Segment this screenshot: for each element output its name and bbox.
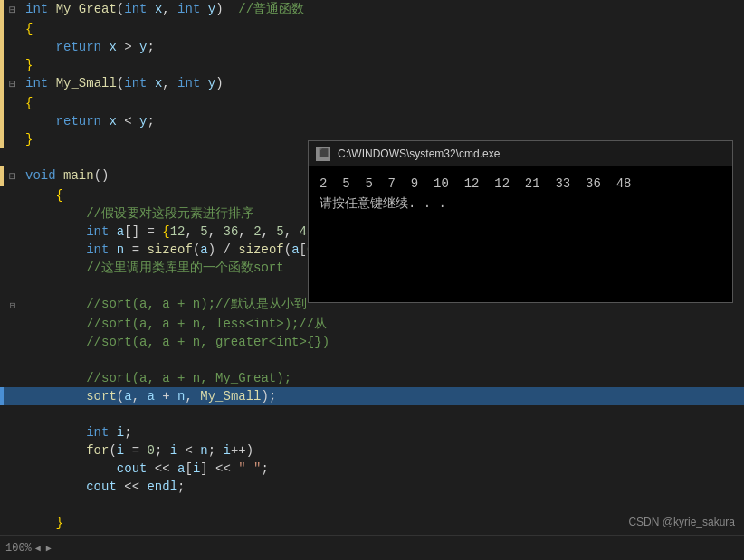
line-gutter	[4, 387, 22, 405]
zoom-plus-btn[interactable]: ▶	[44, 543, 53, 554]
line-content: {	[22, 20, 744, 38]
code-line: return x > y;	[0, 38, 744, 56]
code-line: ⊟int My_Small(int x, int y)	[0, 74, 744, 94]
zoom-label: 100%	[5, 542, 32, 555]
line-content	[22, 496, 744, 514]
cmd-output-line-2: 请按任意键继续. . .	[320, 194, 721, 214]
line-gutter	[4, 94, 22, 112]
line-gutter	[4, 478, 22, 496]
line-gutter	[4, 405, 22, 423]
code-line	[0, 351, 744, 369]
status-bar: 100% ◀ ▶	[0, 535, 744, 560]
line-gutter	[4, 315, 22, 333]
line-gutter: ⊟	[4, 0, 22, 20]
line-gutter: ⊟	[4, 74, 22, 94]
code-line: //sort(a, a + n, less<int>);//从	[0, 315, 744, 333]
code-line	[0, 405, 744, 423]
line-gutter	[4, 514, 22, 532]
zoom-minus-btn[interactable]: ◀	[33, 543, 43, 554]
line-gutter	[4, 423, 22, 441]
collapse-icon[interactable]: ⊟	[9, 2, 16, 20]
line-gutter	[4, 56, 22, 74]
line-gutter	[4, 186, 22, 204]
line-gutter	[4, 38, 22, 56]
code-line: }	[0, 56, 744, 74]
line-content: cout << a[i] << " ";	[22, 460, 744, 478]
line-content: return x < y;	[22, 112, 744, 130]
code-line: ⊟int My_Great(int x, int y) //普通函数	[0, 0, 744, 20]
line-content: sort(a, a + n, My_Small);	[22, 387, 744, 405]
line-content: //sort(a, a + n, less<int>);//从	[22, 315, 744, 333]
code-line: cout << a[i] << " ";	[0, 460, 744, 478]
code-line: //sort(a, a + n, greater<int>{})	[0, 333, 744, 351]
code-line: {	[0, 20, 744, 38]
line-gutter	[4, 259, 22, 277]
code-line: int i;	[0, 423, 744, 441]
code-line	[0, 496, 744, 514]
cmd-body: 2 5 5 7 9 10 12 12 21 33 36 48 请按任意键继续. …	[309, 166, 732, 221]
cmd-titlebar: ⬛ C:\WINDOWS\system32\cmd.exe	[309, 141, 732, 166]
line-gutter	[4, 148, 22, 166]
line-content: //sort(a, a + n, My_Great);	[22, 369, 744, 387]
line-content: int i;	[22, 423, 744, 441]
code-line: cout << endl;	[0, 478, 744, 496]
cmd-icon: ⬛	[316, 147, 330, 161]
line-gutter	[4, 277, 22, 295]
line-content: for(i = 0; i < n; i++)	[22, 441, 744, 460]
code-line: sort(a, a + n, My_Small);	[0, 387, 744, 405]
editor-container: ⊟int My_Great(int x, int y) //普通函数{ retu…	[0, 0, 744, 560]
cmd-output-line-1: 2 5 5 7 9 10 12 12 21 33 36 48	[320, 174, 721, 194]
line-content: }	[22, 56, 744, 74]
line-gutter	[4, 496, 22, 514]
line-content: int My_Great(int x, int y) //普通函数	[22, 0, 744, 20]
line-gutter: ⊟	[4, 295, 22, 315]
watermark: CSDN @kyrie_sakura	[628, 516, 735, 528]
line-gutter: ⊟	[4, 166, 22, 186]
collapse-icon[interactable]: ⊟	[9, 168, 16, 186]
line-gutter	[4, 460, 22, 478]
collapse-icon[interactable]: ⊟	[10, 297, 16, 315]
line-content: return x > y;	[22, 38, 744, 56]
line-content	[22, 351, 744, 369]
code-line: for(i = 0; i < n; i++)	[0, 441, 744, 460]
line-gutter	[4, 351, 22, 369]
line-content: {	[22, 94, 744, 112]
line-gutter	[4, 369, 22, 387]
zoom-control: 100% ◀ ▶	[0, 542, 59, 555]
line-gutter	[4, 333, 22, 351]
line-gutter	[4, 130, 22, 148]
code-line: //sort(a, a + n, My_Great);	[0, 369, 744, 387]
cmd-title: C:\WINDOWS\system32\cmd.exe	[338, 147, 500, 160]
line-gutter	[4, 112, 22, 130]
line-gutter	[4, 241, 22, 259]
code-line: {	[0, 94, 744, 112]
line-gutter	[4, 20, 22, 38]
line-content: int My_Small(int x, int y)	[22, 74, 744, 94]
collapse-icon[interactable]: ⊟	[9, 76, 16, 94]
line-content	[22, 405, 744, 423]
line-content: cout << endl;	[22, 478, 744, 496]
line-gutter	[4, 223, 22, 241]
code-line: return x < y;	[0, 112, 744, 130]
line-gutter	[4, 441, 22, 460]
cmd-window[interactable]: ⬛ C:\WINDOWS\system32\cmd.exe 2 5 5 7 9 …	[308, 140, 733, 303]
line-gutter	[4, 204, 22, 223]
line-content: //sort(a, a + n, greater<int>{})	[22, 333, 744, 351]
